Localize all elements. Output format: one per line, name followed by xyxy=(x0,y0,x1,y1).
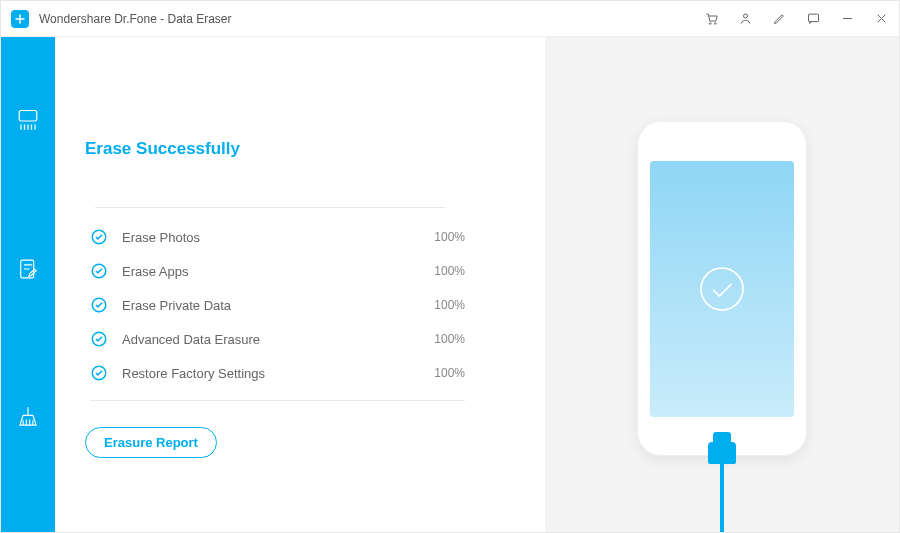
feedback-icon xyxy=(806,11,821,26)
divider-bottom xyxy=(90,400,465,401)
list-item: Erase Private Data 100% xyxy=(85,288,465,322)
cable xyxy=(720,462,724,532)
divider-top xyxy=(95,207,445,208)
workspace: Erase Successfully Erase Photos 100% Era… xyxy=(1,37,899,532)
item-label: Erase Private Data xyxy=(122,298,434,313)
success-check-icon xyxy=(694,261,750,317)
feedback-button[interactable] xyxy=(805,11,821,27)
sidebar-item-form[interactable] xyxy=(14,255,42,283)
close-button[interactable] xyxy=(873,11,889,27)
check-icon xyxy=(90,364,108,382)
close-icon xyxy=(874,11,889,26)
item-percent: 100% xyxy=(434,366,465,380)
svg-point-2 xyxy=(743,14,747,18)
item-label: Advanced Data Erasure xyxy=(122,332,434,347)
list-item: Advanced Data Erasure 100% xyxy=(85,322,465,356)
list-item: Restore Factory Settings 100% xyxy=(85,356,465,390)
check-icon xyxy=(90,262,108,280)
phone-screen xyxy=(650,161,794,417)
edit-icon xyxy=(772,11,787,26)
main: Erase Successfully Erase Photos 100% Era… xyxy=(55,37,899,532)
item-percent: 100% xyxy=(434,230,465,244)
right-pane xyxy=(545,37,899,532)
item-percent: 100% xyxy=(434,332,465,346)
minimize-icon xyxy=(840,11,855,26)
left-pane: Erase Successfully Erase Photos 100% Era… xyxy=(55,37,545,532)
broom-icon xyxy=(15,404,41,430)
app-logo xyxy=(11,10,29,28)
svg-rect-3 xyxy=(808,14,818,22)
item-percent: 100% xyxy=(434,298,465,312)
plus-icon xyxy=(14,13,26,25)
phone-mockup xyxy=(637,121,807,456)
check-icon xyxy=(90,296,108,314)
erase-items-list: Erase Photos 100% Erase Apps 100% Erase … xyxy=(85,220,525,390)
item-percent: 100% xyxy=(434,264,465,278)
page-title: Erase Successfully xyxy=(85,139,525,159)
list-item: Erase Apps 100% xyxy=(85,254,465,288)
check-icon xyxy=(90,228,108,246)
cart-button[interactable] xyxy=(703,11,719,27)
svg-point-0 xyxy=(709,23,711,25)
minimize-button[interactable] xyxy=(839,11,855,27)
item-label: Erase Photos xyxy=(122,230,434,245)
check-icon xyxy=(90,330,108,348)
clipboard-edit-icon xyxy=(15,256,41,282)
sidebar-item-data-eraser[interactable] xyxy=(14,107,42,135)
sidebar xyxy=(1,37,55,532)
account-button[interactable] xyxy=(737,11,753,27)
edit-button[interactable] xyxy=(771,11,787,27)
titlebar-actions xyxy=(703,11,889,27)
cart-icon xyxy=(704,11,719,26)
titlebar: Wondershare Dr.Fone - Data Eraser xyxy=(1,1,899,37)
item-label: Restore Factory Settings xyxy=(122,366,434,381)
svg-rect-4 xyxy=(19,111,37,122)
item-label: Erase Apps xyxy=(122,264,434,279)
shredder-icon xyxy=(14,107,42,135)
user-icon xyxy=(738,11,753,26)
svg-point-1 xyxy=(714,23,716,25)
list-item: Erase Photos 100% xyxy=(85,220,465,254)
svg-point-11 xyxy=(701,268,743,310)
erasure-report-button[interactable]: Erasure Report xyxy=(85,427,217,458)
app-title: Wondershare Dr.Fone - Data Eraser xyxy=(39,12,232,26)
cable-plug xyxy=(708,442,736,464)
sidebar-item-clean[interactable] xyxy=(14,403,42,431)
